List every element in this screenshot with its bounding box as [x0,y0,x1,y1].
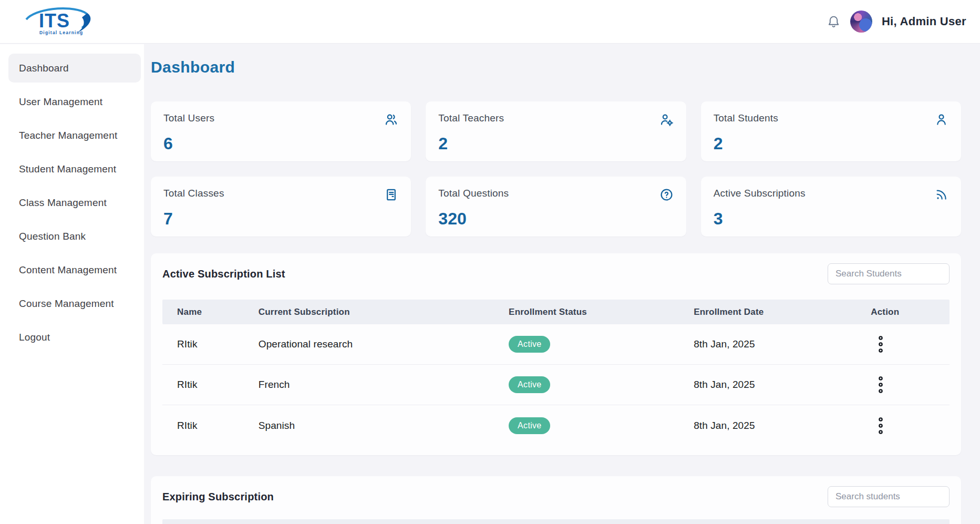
stat-value: 7 [163,209,398,229]
subscription-table: Name Current Subscription Enrollment Sta… [162,300,950,446]
sidebar-item-user-management[interactable]: User Management [8,87,141,116]
sidebar-item-content-management[interactable]: Content Management [8,255,141,284]
table-row: RItik Spanish Active 8th Jan, 2025 [162,405,950,446]
table-header-row [162,519,950,524]
document-icon [384,188,398,202]
cell-name: RItik [162,338,259,350]
column-header-name: Name [162,307,259,317]
panel-title: Expiring Subscription [162,491,274,503]
stat-value: 3 [714,209,948,229]
column-header-enrollment-status: Enrollment Status [509,307,694,317]
stat-label: Total Students [714,112,778,124]
stat-card-total-users: Total Users 6 [151,101,411,161]
expiring-subscription-panel: Expiring Subscription [151,476,961,524]
logo[interactable]: ITS Digital Learning [20,5,99,38]
cell-date: 8th Jan, 2025 [694,338,871,350]
status-badge: Active [509,417,550,434]
status-badge: Active [509,376,550,393]
sidebar: Dashboard User Management Teacher Manage… [0,44,144,524]
sidebar-item-question-bank[interactable]: Question Bank [8,222,141,251]
user-greeting: Hi, Admin User [882,15,966,28]
sidebar-item-dashboard[interactable]: Dashboard [8,54,141,83]
stat-card-total-students: Total Students 2 [701,101,961,161]
cell-name: RItik [162,420,259,431]
logo-text: ITS [39,10,70,32]
panel-title: Active Subscription List [162,268,285,280]
column-header-current-subscription: Current Subscription [259,307,509,317]
cell-subscription: Operational research [259,338,509,350]
sidebar-item-class-management[interactable]: Class Management [8,188,141,217]
cell-name: RItik [162,379,259,391]
stat-label: Total Questions [438,188,509,199]
row-actions-kebab-icon[interactable] [871,373,891,396]
stat-value: 2 [714,134,948,153]
column-header-enrollment-date: Enrollment Date [694,307,871,317]
active-subscription-panel: Active Subscription List Name Current Su… [151,253,961,455]
sidebar-item-course-management[interactable]: Course Management [8,289,141,318]
stat-label: Total Teachers [438,112,504,124]
rss-icon [934,188,948,202]
stat-card-active-subscriptions: Active Subscriptions 3 [701,177,961,237]
cell-subscription: Spanish [259,420,509,431]
stat-card-total-questions: Total Questions 320 [426,177,686,237]
stats-grid: Total Users 6 Total Teachers [151,101,961,237]
column-header-action: Action [871,307,950,317]
notification-bell-icon[interactable] [827,15,841,29]
row-actions-kebab-icon[interactable] [871,333,891,356]
logo-subtext: Digital Learning [39,30,83,35]
users-icon [384,112,398,127]
cell-date: 8th Jan, 2025 [694,379,871,391]
question-circle-icon [659,188,674,202]
search-students-input[interactable] [828,263,950,284]
status-badge: Active [509,336,550,353]
user-avatar[interactable] [850,11,872,33]
stat-label: Total Users [163,112,214,124]
table-row: RItik Operational research Active 8th Ja… [162,324,950,365]
header-actions: Hi, Admin User [827,11,966,33]
student-icon [934,112,948,127]
stat-value: 320 [438,209,673,229]
sidebar-item-teacher-management[interactable]: Teacher Management [8,121,141,150]
sidebar-item-logout[interactable]: Logout [8,323,141,352]
cell-subscription: French [259,379,509,391]
sidebar-item-student-management[interactable]: Student Management [8,155,141,183]
table-row: RItik French Active 8th Jan, 2025 [162,365,950,405]
search-students-input-expiring[interactable] [828,486,950,507]
stat-value: 2 [438,134,673,153]
main-content: Dashboard Total Users 6 Total Teachers [144,44,980,524]
stat-card-total-teachers: Total Teachers 2 [426,101,686,161]
cell-date: 8th Jan, 2025 [694,420,871,431]
stat-value: 6 [163,134,398,153]
teacher-gear-icon [659,112,674,127]
app-header: ITS Digital Learning Hi, Admin User [0,0,980,44]
stat-card-total-classes: Total Classes 7 [151,177,411,237]
stat-label: Total Classes [163,188,224,199]
table-header-row: Name Current Subscription Enrollment Sta… [162,300,950,324]
stat-label: Active Subscriptions [714,188,806,199]
row-actions-kebab-icon[interactable] [871,414,891,437]
page-title: Dashboard [151,58,961,76]
